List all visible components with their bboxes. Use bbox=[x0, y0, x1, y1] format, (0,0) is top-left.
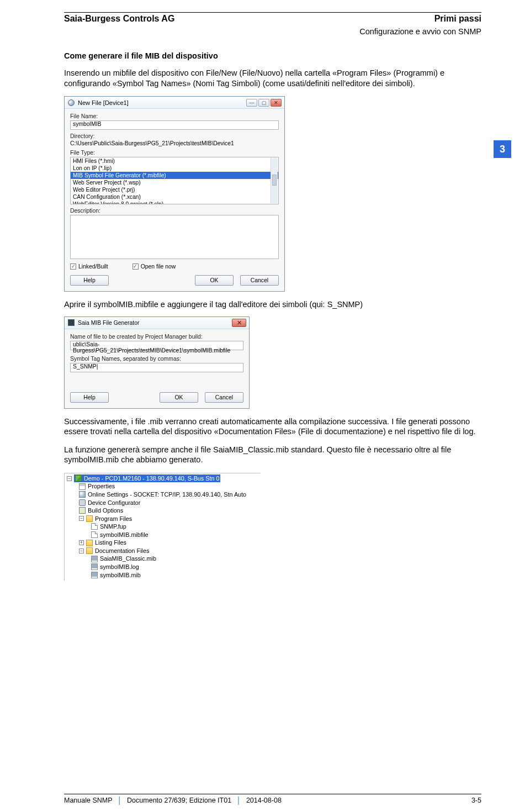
tree-file[interactable]: symbolMIB.mib bbox=[100, 571, 141, 579]
collapse-icon[interactable]: − bbox=[79, 549, 84, 553]
filetype-list[interactable]: HMI Files (*.hmi) Lon on IP (*.lip) MIB … bbox=[70, 157, 279, 204]
open-now-label: Open file now bbox=[141, 263, 176, 270]
description-box[interactable] bbox=[70, 215, 279, 259]
directory-label: Directory: bbox=[70, 133, 279, 139]
func-paragraph: La funzione genererà sempre anche il fil… bbox=[64, 445, 481, 465]
folder-icon bbox=[86, 515, 93, 522]
reload-icon bbox=[68, 99, 75, 106]
tree-properties[interactable]: Properties bbox=[88, 482, 115, 491]
footer-date: 2014-08-08 bbox=[246, 797, 282, 804]
help-button[interactable]: Help bbox=[70, 275, 109, 286]
tree-file[interactable]: symbolMIB.mibfile bbox=[100, 531, 149, 539]
folder-icon bbox=[86, 540, 93, 546]
footer-left: Manuale SNMP │ Documento 27/639; Edizion… bbox=[64, 797, 282, 804]
tree-file[interactable]: SNMP.fup bbox=[100, 523, 126, 531]
cancel-button[interactable]: Cancel bbox=[240, 275, 279, 286]
subtitle: Configurazione e avvio con SNMP bbox=[64, 27, 481, 36]
app-icon bbox=[68, 319, 75, 326]
file-icon bbox=[91, 523, 98, 530]
close-button[interactable]: ✕ bbox=[232, 319, 246, 327]
doc-icon bbox=[91, 572, 98, 578]
filetype-item[interactable]: WebEditor Version 8.0 project (*.sln) bbox=[71, 201, 278, 204]
doc-icon bbox=[91, 563, 98, 570]
footer-page: 3-5 bbox=[471, 797, 481, 804]
open-now-checkbox[interactable]: ✓ bbox=[132, 263, 139, 270]
file-icon bbox=[91, 531, 98, 538]
intro-paragraph: Inserendo un mibfile del dispositivo con… bbox=[64, 68, 481, 88]
scrollbar[interactable] bbox=[271, 158, 278, 203]
tree-online-settings[interactable]: Online Settings - SOCKET: TCP/IP, 138.90… bbox=[88, 491, 246, 499]
footer-manual: Manuale SNMP bbox=[64, 797, 112, 804]
page-badge: 3 bbox=[494, 140, 511, 158]
description-label: Description: bbox=[70, 208, 279, 214]
tags-label: Symbol Tag Names, separated by commas: bbox=[70, 356, 243, 362]
dialog2-title: Saia MIB File Generator bbox=[78, 320, 139, 326]
linked-label: Linked/Built bbox=[78, 263, 108, 270]
linked-checkbox[interactable]: ✓ bbox=[70, 263, 76, 270]
tree-documentation-files[interactable]: Documentation Files bbox=[95, 547, 149, 555]
filename-label: File Name: bbox=[70, 113, 279, 119]
filetype-item[interactable]: HMI Files (*.hmi) bbox=[71, 157, 278, 165]
filetype-item[interactable]: Lon on IP (*.lip) bbox=[71, 165, 278, 172]
page-heading: Come generare il file MIB del dispositiv… bbox=[64, 51, 481, 60]
build-icon bbox=[79, 507, 86, 514]
collapse-icon[interactable]: − bbox=[67, 476, 72, 481]
properties-icon bbox=[79, 483, 86, 490]
network-icon bbox=[79, 491, 86, 498]
tree-file[interactable]: symbolMIB.log bbox=[100, 563, 139, 571]
tree-listing-files[interactable]: Listing Files bbox=[95, 539, 126, 547]
collapse-icon[interactable]: − bbox=[79, 516, 84, 521]
tags-input[interactable]: S_SNMP| bbox=[70, 363, 243, 372]
filetype-item-selected[interactable]: MIB Symbol File Generator (*.mibfile) bbox=[71, 172, 278, 179]
cancel-button[interactable]: Cancel bbox=[205, 392, 243, 403]
filetype-item[interactable]: Web Editor Project (*.prj) bbox=[71, 186, 278, 193]
filetype-item[interactable]: Web Server Project (*.wsp) bbox=[71, 179, 278, 186]
tree-root-selected[interactable]: Demo - PCD1.M2160 - 138.90.49.140, S-Bus… bbox=[74, 474, 220, 483]
close-button[interactable]: ✕ bbox=[271, 99, 282, 107]
ok-button[interactable]: OK bbox=[195, 275, 234, 286]
doc-icon bbox=[91, 556, 98, 562]
gear-icon bbox=[79, 499, 86, 506]
maximize-button[interactable]: ▢ bbox=[258, 99, 269, 107]
project-tree: − Demo - PCD1.M2160 - 138.90.49.140, S-B… bbox=[64, 473, 261, 581]
after-paragraph: Successivamente, i file .mib verranno cr… bbox=[64, 416, 481, 437]
tree-build-options[interactable]: Build Options bbox=[88, 507, 123, 515]
section-name: Primi passi bbox=[434, 14, 481, 24]
company-name: Saia-Burgess Controls AG bbox=[64, 14, 174, 24]
filetype-item[interactable]: CAN Configuration (*.xcan) bbox=[71, 193, 278, 201]
help-button[interactable]: Help bbox=[70, 392, 109, 403]
tree-root-label: Demo - PCD1.M2160 - 138.90.49.140, S-Bus… bbox=[84, 474, 219, 483]
filetype-label: File Type: bbox=[70, 150, 279, 156]
new-file-dialog: New File [Device1] — ▢ ✕ File Name: symb… bbox=[64, 96, 285, 292]
directory-value: C:\Users\Public\Saia-Burgess\PG5_21\Proj… bbox=[70, 140, 279, 146]
tree-program-files[interactable]: Program Files bbox=[95, 515, 132, 523]
expand-icon[interactable]: + bbox=[79, 540, 84, 545]
folder-icon bbox=[86, 547, 93, 554]
mib-generator-dialog: Saia MIB File Generator ✕ Name of file t… bbox=[64, 317, 250, 409]
device-icon bbox=[75, 475, 82, 482]
ok-button[interactable]: OK bbox=[160, 392, 198, 403]
build-name-input[interactable]: ublic\Saia-Burgess\PG5_21\Projects\testM… bbox=[70, 341, 243, 350]
tree-file[interactable]: SaiaMIB_Classic.mib bbox=[100, 555, 156, 563]
dialog-title: New File [Device1] bbox=[78, 99, 129, 106]
build-name-label: Name of file to be created by Project Ma… bbox=[70, 334, 243, 340]
footer-doc: Documento 27/639; Edizione IT01 bbox=[127, 797, 231, 804]
tree-device-configurator[interactable]: Device Configurator bbox=[88, 499, 140, 507]
filename-input[interactable]: symbolMIB bbox=[70, 120, 279, 130]
minimize-button[interactable]: — bbox=[246, 99, 257, 107]
open-paragraph: Aprire il symbolMIB.mibfile e aggiungere… bbox=[64, 299, 481, 310]
